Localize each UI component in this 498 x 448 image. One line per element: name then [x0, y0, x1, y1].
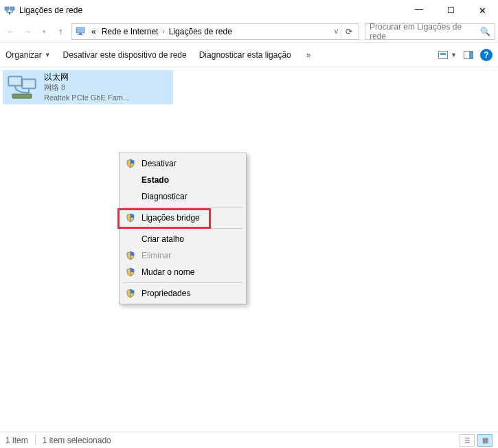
content-area: 以太网 网络 8 Realtek PCIe GbE Fam... Desativ… — [0, 67, 498, 432]
svg-rect-2 — [9, 12, 10, 14]
command-bar: Organizar ▼ Desativar este dispositivo d… — [0, 43, 498, 67]
menu-item-rename[interactable]: Mudar o nome — [121, 264, 245, 280]
diagnose-button[interactable]: Diagnosticar esta ligação — [199, 50, 291, 60]
network-adapter-item[interactable]: 以太网 网络 8 Realtek PCIe GbE Fam... — [3, 70, 173, 104]
breadcrumb-prefix[interactable]: « — [89, 27, 99, 36]
breadcrumb-2[interactable]: Ligações de rede — [166, 27, 235, 36]
title-bar: Ligações de rede — [0, 0, 498, 21]
icons-view-button[interactable]: ▦ — [477, 434, 493, 447]
disable-device-button[interactable]: Desativar este dispositivo de rede — [63, 50, 187, 60]
item-count: 1 item — [5, 436, 28, 445]
refresh-button[interactable]: ⟳ — [341, 24, 356, 39]
view-options-button[interactable]: ▼ — [438, 51, 457, 59]
menu-label: Propriedades — [142, 289, 190, 298]
address-dropdown-icon[interactable]: v — [332, 27, 341, 35]
close-button[interactable] — [466, 0, 498, 21]
menu-item-create-shortcut[interactable]: Criar atalho — [121, 231, 245, 247]
svg-rect-4 — [79, 33, 82, 34]
svg-rect-10 — [12, 94, 32, 98]
svg-rect-1 — [10, 7, 14, 10]
menu-item-status[interactable]: Estado — [121, 172, 245, 188]
menu-label: Eliminar — [142, 251, 171, 260]
menu-item-bridge[interactable]: Ligações bridge — [121, 210, 245, 226]
svg-rect-3 — [76, 27, 84, 33]
menu-separator — [122, 228, 243, 229]
maximize-button[interactable] — [435, 0, 466, 21]
diagnose-label: Diagnosticar esta ligação — [199, 50, 291, 60]
recent-dropdown[interactable]: ▾ — [36, 23, 52, 40]
organize-label: Organizar — [5, 50, 42, 60]
menu-item-properties[interactable]: Propriedades — [121, 285, 245, 302]
chevron-right-icon[interactable]: › — [161, 27, 166, 35]
chevron-down-icon: ▼ — [45, 52, 51, 58]
chevron-down-icon: ▼ — [451, 52, 457, 58]
menu-label: Estado — [142, 175, 169, 185]
menu-separator — [122, 282, 243, 283]
search-box[interactable]: Procurar em Ligações de rede 🔍 — [365, 23, 495, 40]
menu-label: Mudar o nome — [142, 267, 194, 277]
selected-count: 1 item selecionado — [43, 436, 111, 445]
menu-item-diagnose[interactable]: Diagnosticar — [121, 188, 245, 205]
more-commands-button[interactable]: » — [306, 50, 311, 60]
disable-label: Desativar este dispositivo de rede — [63, 50, 187, 60]
context-menu: Desativar Estado Diagnosticar Ligações b… — [119, 153, 247, 304]
help-button[interactable]: ? — [480, 49, 493, 61]
menu-label: Diagnosticar — [142, 192, 188, 201]
adapter-text: 以太网 网络 8 Realtek PCIe GbE Fam... — [44, 72, 129, 103]
address-bar[interactable]: « Rede e Internet › Ligações de rede v ⟳ — [71, 23, 359, 40]
adapter-network: 网络 8 — [44, 82, 129, 93]
svg-rect-0 — [5, 7, 9, 10]
menu-item-disable[interactable]: Desativar — [121, 155, 245, 172]
search-placeholder: Procurar em Ligações de rede — [370, 22, 480, 41]
window-controls — [403, 0, 498, 21]
svg-rect-7 — [10, 78, 21, 85]
adapter-device: Realtek PCIe GbE Fam... — [44, 93, 129, 103]
shield-icon — [125, 212, 136, 223]
minimize-button[interactable] — [403, 0, 435, 21]
breadcrumb-1[interactable]: Rede e Internet — [99, 27, 161, 36]
svg-rect-5 — [78, 34, 83, 35]
shield-icon — [125, 158, 136, 169]
details-view-button[interactable]: ☰ — [460, 434, 475, 447]
shield-icon — [125, 250, 136, 261]
shield-icon — [125, 288, 136, 299]
svg-rect-9 — [23, 80, 34, 87]
forward-button[interactable]: → — [19, 23, 36, 40]
search-icon: 🔍 — [480, 27, 490, 36]
adapter-name: 以太网 — [44, 72, 129, 82]
network-adapter-icon — [5, 74, 38, 101]
back-button[interactable]: ← — [3, 23, 19, 40]
organize-button[interactable]: Organizar ▼ — [5, 50, 51, 60]
shield-icon — [125, 267, 136, 278]
menu-label: Criar atalho — [142, 234, 184, 244]
window-title: Ligações de rede — [19, 5, 403, 15]
control-panel-icon — [75, 26, 86, 37]
menu-separator — [122, 207, 243, 208]
menu-label: Ligações bridge — [142, 213, 200, 223]
menu-item-delete: Eliminar — [121, 247, 245, 264]
status-bar: 1 item 1 item selecionado ☰ ▦ — [0, 432, 498, 448]
up-button[interactable]: ↑ — [52, 23, 69, 40]
nav-bar: ← → ▾ ↑ « Rede e Internet › Ligações de … — [0, 21, 498, 43]
preview-pane-button[interactable] — [464, 51, 473, 59]
view-icon — [438, 51, 448, 59]
app-icon — [4, 5, 15, 16]
status-divider — [35, 436, 36, 445]
menu-label: Desativar — [142, 159, 177, 168]
more-label: » — [306, 50, 311, 60]
pane-icon — [464, 51, 473, 59]
